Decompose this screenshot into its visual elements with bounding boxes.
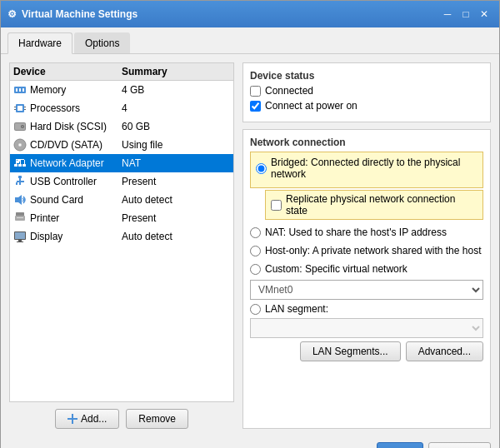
ok-button[interactable]: OK [377, 442, 422, 448]
close-button[interactable]: ✕ [476, 6, 492, 22]
custom-radio[interactable] [250, 264, 261, 275]
svg-rect-17 [14, 164, 18, 167]
table-row[interactable]: Memory 4 GB [10, 81, 233, 99]
svg-rect-29 [16, 182, 18, 185]
footer-buttons: OK Cancel [1, 437, 499, 448]
device-cell: Hard Disk (SCSI) [13, 120, 122, 133]
network-connection-section: Network connection Bridged: Connected di… [242, 129, 491, 429]
svg-rect-2 [19, 88, 21, 92]
printer-icon [13, 212, 27, 225]
svg-rect-36 [17, 217, 23, 218]
window-title: Virtual Machine Settings [22, 8, 138, 20]
summary-cell: Auto detect [122, 194, 230, 206]
lan-radio[interactable] [250, 304, 261, 315]
replicate-label: Replicate physical network connection st… [286, 193, 478, 217]
left-buttons: Add... Remove [9, 409, 234, 429]
svg-rect-26 [18, 176, 22, 178]
svg-marker-32 [15, 195, 22, 205]
minimize-button[interactable]: ─ [439, 6, 456, 22]
network-connection-label: Network connection [250, 137, 483, 148]
svg-point-16 [19, 144, 21, 146]
svg-rect-18 [18, 164, 22, 167]
remove-button[interactable]: Remove [126, 409, 188, 429]
vmnet-dropdown[interactable]: VMnet0 [250, 280, 483, 300]
lan-segments-button[interactable]: LAN Segments... [300, 341, 401, 361]
power-on-checkbox[interactable] [250, 101, 261, 112]
summary-column-header: Summary [122, 66, 230, 77]
harddisk-icon [13, 120, 27, 133]
svg-rect-35 [17, 221, 23, 224]
svg-rect-6 [14, 107, 16, 107]
bridged-radio-row: Bridged: Connected directly to the physi… [256, 155, 478, 182]
svg-rect-40 [17, 241, 23, 242]
title-bar: ⚙ Virtual Machine Settings ─ □ ✕ [1, 1, 499, 27]
bridged-radio[interactable] [256, 163, 267, 174]
svg-rect-3 [22, 88, 24, 92]
custom-label: Custom: Specific virtual network [265, 263, 408, 275]
cddvd-icon [13, 138, 27, 152]
table-row[interactable]: Hard Disk (SCSI) 60 GB [10, 117, 233, 136]
tab-options[interactable]: Options [74, 32, 130, 53]
device-cell: Display [13, 230, 122, 243]
svg-rect-39 [18, 240, 22, 241]
table-row[interactable]: CD/DVD (SATA) Using file [10, 136, 233, 154]
sound-icon [13, 193, 27, 207]
tab-hardware[interactable]: Hardware [8, 32, 72, 54]
device-table: Device Summary Memory 4 GB [9, 62, 234, 402]
bridged-label: Bridged: Connected directly to the physi… [271, 157, 478, 180]
svg-rect-23 [24, 160, 25, 164]
summary-cell: 60 GB [122, 121, 230, 132]
table-row[interactable]: USB Controller Present [10, 172, 233, 191]
window-icon: ⚙ [8, 8, 17, 20]
maximize-button[interactable]: □ [458, 6, 474, 22]
device-cell: CD/DVD (SATA) [13, 138, 122, 152]
hostonly-radio[interactable] [250, 246, 261, 256]
connected-checkbox[interactable] [250, 86, 261, 97]
svg-rect-21 [16, 160, 17, 164]
svg-rect-9 [24, 109, 26, 110]
nat-label: NAT: Used to share the host's IP address [265, 226, 447, 238]
hostonly-label: Host-only: A private network shared with… [265, 245, 481, 256]
display-icon [13, 230, 27, 243]
lan-segment-dropdown[interactable] [250, 318, 483, 338]
svg-rect-19 [22, 164, 26, 167]
lan-segment-row: LAN segment: [250, 303, 483, 315]
title-controls: ─ □ ✕ [439, 6, 492, 22]
cancel-button[interactable]: Cancel [428, 442, 491, 448]
add-icon [68, 414, 78, 424]
summary-cell: 4 GB [122, 84, 230, 96]
table-row[interactable]: Display Auto detect [10, 227, 233, 246]
custom-radio-row: Custom: Specific virtual network [250, 261, 483, 276]
processor-icon [13, 102, 27, 115]
svg-rect-5 [18, 106, 22, 111]
table-row[interactable]: Sound Card Auto detect [10, 191, 233, 209]
title-bar-left: ⚙ Virtual Machine Settings [8, 8, 138, 20]
hostonly-radio-row: Host-only: A private network shared with… [250, 243, 483, 258]
table-row-network-adapter[interactable]: Network Adapter NAT [10, 154, 233, 172]
left-panel: Device Summary Memory 4 GB [9, 62, 234, 429]
table-row[interactable]: Processors 4 [10, 99, 233, 117]
content-area: Device Summary Memory 4 GB [1, 54, 499, 437]
advanced-button[interactable]: Advanced... [406, 341, 483, 361]
device-status-section: Device status Connected Connect at power… [242, 62, 491, 122]
replicate-checkbox[interactable] [271, 200, 282, 211]
svg-point-13 [22, 126, 23, 127]
device-cell: Network Adapter [13, 157, 122, 170]
power-on-row: Connect at power on [250, 100, 483, 112]
svg-rect-33 [16, 212, 24, 216]
svg-rect-25 [16, 159, 24, 160]
svg-rect-1 [16, 88, 18, 92]
svg-rect-31 [22, 181, 24, 182]
network-icon [13, 157, 27, 170]
vmnet-dropdown-row: VMnet0 [250, 280, 483, 300]
summary-cell: NAT [122, 157, 230, 169]
table-row[interactable]: Printer Present [10, 209, 233, 227]
svg-rect-7 [24, 107, 26, 107]
table-header: Device Summary [10, 63, 233, 81]
add-button[interactable]: Add... [55, 409, 119, 429]
device-cell: Printer [13, 212, 122, 225]
nat-radio[interactable] [250, 227, 261, 238]
right-panel: Device status Connected Connect at power… [242, 62, 491, 429]
memory-icon [13, 83, 27, 97]
connected-label: Connected [265, 85, 313, 97]
